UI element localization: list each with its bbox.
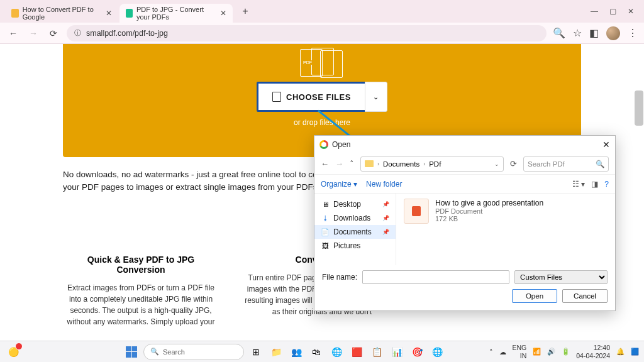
preview-pane-button[interactable]: ◨ bbox=[591, 180, 598, 189]
zoom-icon[interactable]: 🔍 bbox=[553, 27, 565, 39]
filename-input[interactable] bbox=[362, 270, 509, 284]
dlg-search-input[interactable]: Search PDf 🔍 bbox=[523, 156, 609, 172]
extensions-icon[interactable]: ◧ bbox=[589, 27, 599, 39]
site-info-icon[interactable]: ⓘ bbox=[74, 28, 81, 38]
browser-tab-active[interactable]: PDF to JPG - Convert your PDFs ✕ bbox=[119, 4, 233, 23]
language-indicator[interactable]: ENGIN bbox=[513, 344, 527, 359]
store-icon[interactable]: 🛍 bbox=[308, 344, 325, 360]
scrollbar[interactable] bbox=[635, 90, 643, 126]
address-bar[interactable]: ⓘ smallpdf.com/pdf-to-jpg bbox=[67, 25, 547, 41]
tab-favicon bbox=[11, 9, 19, 18]
choose-files-button[interactable]: CHOOSE FILES bbox=[257, 82, 365, 112]
file-open-dialog: Open ✕ ← → ˄ › Documents › PDf ⌄ ⟳ Searc… bbox=[314, 135, 616, 311]
cancel-button[interactable]: Cancel bbox=[562, 289, 608, 303]
browser-tab[interactable]: How to Convert PDF to Google ✕ bbox=[5, 4, 118, 23]
tray-chevron-icon[interactable]: ˄ bbox=[489, 348, 493, 356]
taskbar: 🟡 🔍Search ⊞ 📁 👥 🛍 🌐 🟥 📋 📊 🎯 🌐 ˄ ☁ ENGIN … bbox=[0, 341, 644, 362]
sidebar-item-desktop[interactable]: 🖥Desktop📌 bbox=[314, 197, 396, 211]
file-filter-select[interactable]: Custom Files bbox=[514, 270, 608, 284]
pdf-stack-icon: PDF bbox=[300, 48, 344, 77]
wifi-icon[interactable]: 📶 bbox=[533, 348, 541, 356]
forward-button[interactable]: → bbox=[26, 26, 40, 40]
battery-icon[interactable]: 🔋 bbox=[562, 348, 570, 356]
taskbar-app-icon[interactable]: 🟡 bbox=[5, 344, 21, 360]
new-tab-button[interactable]: + bbox=[238, 4, 253, 19]
app-icon[interactable]: 📊 bbox=[389, 344, 405, 360]
page-description: No downloads, no ad watermarks - just a … bbox=[63, 168, 340, 194]
profile-avatar[interactable] bbox=[606, 26, 620, 40]
reload-button[interactable]: ⟳ bbox=[47, 26, 60, 40]
breadcrumb[interactable]: › Documents › PDf ⌄ bbox=[360, 156, 504, 172]
dlg-back-button[interactable]: ← bbox=[321, 159, 329, 168]
menu-icon[interactable]: ⋮ bbox=[628, 27, 638, 39]
close-button[interactable]: ✕ bbox=[628, 7, 634, 16]
minimize-button[interactable]: — bbox=[591, 7, 598, 16]
copilot-icon[interactable]: 🟦 bbox=[631, 348, 639, 356]
volume-icon[interactable]: 🔊 bbox=[547, 348, 555, 356]
choose-files-dropdown[interactable]: ⌄ bbox=[365, 82, 387, 112]
folder-icon bbox=[365, 160, 374, 167]
taskbar-search[interactable]: 🔍Search bbox=[143, 344, 244, 360]
file-type: PDF Document bbox=[435, 207, 543, 215]
search-icon: 🔍 bbox=[596, 160, 604, 168]
app-icon[interactable]: 📋 bbox=[369, 344, 385, 360]
chrome-icon[interactable]: 🌐 bbox=[328, 344, 345, 360]
tab-title: PDF to JPG - Convert your PDFs bbox=[136, 6, 216, 21]
task-view-icon[interactable]: ⊞ bbox=[248, 344, 264, 360]
dlg-forward-button[interactable]: → bbox=[335, 159, 343, 168]
bookmark-icon[interactable]: ☆ bbox=[573, 27, 582, 39]
sidebar-item-downloads[interactable]: ⭳Downloads📌 bbox=[314, 211, 396, 225]
pdf-thumbnail-icon bbox=[404, 199, 429, 224]
new-folder-button[interactable]: New folder bbox=[366, 180, 402, 189]
col1-body: Extract images from PDFs or turn a PDF f… bbox=[63, 282, 219, 327]
refresh-button[interactable]: ⟳ bbox=[510, 159, 517, 168]
clock[interactable]: 12:4004-04-2024 bbox=[576, 344, 610, 359]
chrome-icon bbox=[319, 140, 328, 149]
dlg-up-button[interactable]: ˄ bbox=[350, 159, 354, 168]
tab-favicon bbox=[126, 9, 133, 18]
back-button[interactable]: ← bbox=[6, 26, 20, 40]
close-icon[interactable]: ✕ bbox=[106, 9, 112, 18]
file-icon bbox=[272, 92, 281, 102]
maximize-button[interactable]: ▢ bbox=[609, 7, 616, 16]
app-icon[interactable]: 🟥 bbox=[348, 344, 365, 360]
sidebar-item-documents[interactable]: 📄Documents📌 bbox=[314, 225, 396, 239]
dialog-title: Open bbox=[332, 140, 350, 149]
file-size: 172 KB bbox=[435, 215, 543, 222]
sidebar-item-pictures[interactable]: 🖼Pictures bbox=[314, 239, 396, 253]
open-button[interactable]: Open bbox=[512, 289, 557, 303]
url-text: smallpdf.com/pdf-to-jpg bbox=[86, 29, 168, 38]
col1-title: Quick & Easy PDF to JPG Conversion bbox=[63, 255, 219, 275]
app-icon[interactable]: 🎯 bbox=[409, 344, 425, 360]
file-name: How to give a good presentation bbox=[435, 199, 543, 207]
teams-icon[interactable]: 👥 bbox=[288, 344, 304, 360]
onedrive-icon[interactable]: ☁ bbox=[499, 348, 506, 356]
help-icon[interactable]: ? bbox=[604, 180, 609, 189]
notifications-icon[interactable]: 🔔 bbox=[616, 348, 625, 356]
drop-hint: or drop files here bbox=[294, 118, 350, 127]
search-icon: 🔍 bbox=[150, 348, 159, 356]
start-button[interactable] bbox=[123, 344, 140, 360]
app-icon[interactable]: 🌐 bbox=[429, 344, 445, 360]
tab-title: How to Convert PDF to Google bbox=[23, 6, 102, 21]
filename-label: File name: bbox=[322, 273, 357, 282]
dialog-close-button[interactable]: ✕ bbox=[602, 140, 610, 150]
file-item[interactable]: How to give a good presentation PDF Docu… bbox=[404, 199, 608, 224]
organize-menu[interactable]: Organize ▾ bbox=[321, 180, 357, 189]
view-options-button[interactable]: ☷ ▾ bbox=[572, 180, 585, 189]
close-icon[interactable]: ✕ bbox=[220, 9, 226, 18]
explorer-icon[interactable]: 📁 bbox=[268, 344, 284, 360]
